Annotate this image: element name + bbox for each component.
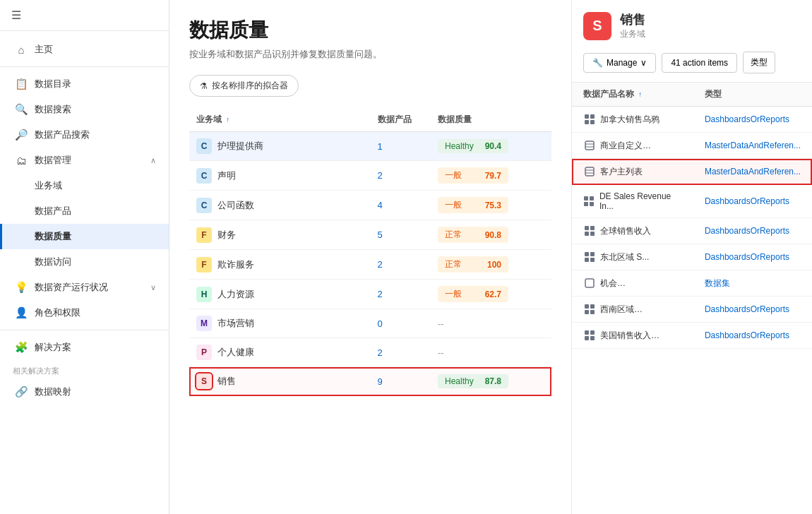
mapping-icon: 🔗 (15, 386, 28, 398)
catalog-icon: 📋 (15, 78, 28, 90)
table-row[interactable]: F欺诈服务2正常100 (189, 250, 551, 280)
table-row[interactable]: S销售9Healthy87.8 (189, 367, 551, 396)
svg-rect-0 (585, 114, 589, 119)
svg-rect-14 (585, 226, 589, 230)
sidebar-item-data-mapping[interactable]: 🔗 数据映射 (0, 379, 169, 405)
dashboard-icon (583, 329, 596, 342)
svg-rect-18 (585, 252, 589, 256)
sidebar-item-data-search[interactable]: 🔍 数据搜索 (0, 97, 169, 122)
svg-rect-22 (585, 279, 594, 287)
product-row[interactable]: 全球销售收入DashboardsOrReports (572, 218, 812, 244)
sidebar-item-data-product-label: 数据产品 (35, 205, 71, 217)
table-row[interactable]: F财务5正常90.8 (189, 220, 551, 250)
table-row[interactable]: C声明2一般79.7 (189, 161, 551, 191)
quality-score: 62.7 (485, 289, 501, 299)
sidebar-item-data-catalog[interactable]: 📋 数据目录 (0, 71, 169, 97)
product-row[interactable]: 东北区域 S...DashboardsOrReports (572, 244, 812, 270)
sidebar-item-data-product-search[interactable]: 🔎 数据产品搜索 (0, 122, 169, 148)
home-icon: ⌂ (15, 44, 28, 56)
quality-cell: 一般75.3 (431, 191, 551, 220)
domain-cell: H人力资源 (189, 280, 371, 309)
col-header-domain[interactable]: 业务域 ↑ (189, 108, 371, 132)
svg-rect-30 (590, 336, 595, 340)
quality-score: 90.4 (485, 141, 501, 151)
domain-name-label: 欺诈服务 (217, 258, 254, 271)
chevron-up-icon: ∧ (150, 156, 156, 165)
quality-cell: 一般62.7 (431, 280, 551, 309)
product-row[interactable]: 机会…数据集 (572, 270, 812, 297)
chevron-down-icon: ∨ (640, 58, 647, 68)
domain-cell: C护理提供商 (189, 132, 371, 161)
action-items-button[interactable]: 41 action items (662, 53, 737, 73)
table-row[interactable]: C公司函数4一般75.3 (189, 191, 551, 220)
quality-badge: 正常100 (438, 256, 508, 273)
product-row[interactable]: 商业自定义…MasterDataAndReferen... (572, 133, 812, 159)
domain-cell: F欺诈服务 (189, 250, 371, 280)
col-header-product-name[interactable]: 数据产品名称 ↑ (572, 83, 693, 107)
quality-score: 87.8 (485, 376, 501, 386)
sidebar-item-solutions[interactable]: 🧩 解决方案 (0, 335, 169, 360)
products-count: 2 (371, 161, 431, 191)
sidebar-item-data-management[interactable]: 🗂 数据管理 ∧ (0, 148, 169, 173)
filter-label: 按名称排序的拟合器 (212, 80, 288, 92)
svg-rect-21 (590, 258, 595, 262)
hamburger-icon[interactable]: ☰ (11, 9, 21, 21)
quality-badge: 正常90.8 (438, 227, 508, 243)
sidebar-item-data-product-search-label: 数据产品搜索 (35, 128, 90, 141)
quality-cell: Healthy90.4 (431, 132, 551, 161)
solutions-icon: 🧩 (15, 341, 28, 354)
sidebar-item-data-access[interactable]: 数据访问 (0, 249, 169, 275)
domain-name-label: 财务 (217, 229, 236, 241)
filter-icon: ⚗ (200, 81, 208, 91)
quality-score: 79.7 (485, 171, 501, 181)
svg-rect-26 (590, 310, 595, 314)
product-row[interactable]: 客户主列表MasterDataAndReferen... (572, 159, 812, 185)
svg-rect-27 (585, 330, 589, 335)
quality-badge: 一般62.7 (438, 286, 508, 302)
product-name-text: 客户主列表 (600, 166, 643, 178)
domain-cell: S销售 (189, 367, 371, 396)
product-name-text: 全球销售收入 (600, 225, 651, 237)
sidebar-item-business-domain[interactable]: 业务域 (0, 173, 169, 198)
domain-name-label: 销售 (217, 375, 236, 388)
products-table: 数据产品名称 ↑ 类型 加拿大销售乌鸦DashboardsOrReports商业… (572, 83, 812, 349)
table-row[interactable]: P个人健康2-- (189, 338, 551, 367)
sidebar-item-roles[interactable]: 👤 角色和权限 (0, 300, 169, 325)
domain-name-label: 公司函数 (217, 199, 254, 212)
product-row[interactable]: 西南区域…DashboardsOrReports (572, 297, 812, 323)
col-header-type[interactable]: 类型 (693, 83, 812, 107)
type-button[interactable]: 类型 (743, 52, 775, 73)
sidebar-item-data-mapping-label: 数据映射 (35, 386, 71, 398)
dashboard-icon (583, 113, 596, 126)
management-icon: 🗂 (15, 155, 28, 167)
table-row[interactable]: H人力资源2一般62.7 (189, 280, 551, 309)
left-panel: 数据质量 按业务域和数据产品识别并修复数据质量问题。 ⚗ 按名称排序的拟合器 业… (169, 0, 572, 514)
right-panel: S 销售 业务域 🔧 Manage ∨ 41 action items (572, 0, 812, 514)
sidebar-item-data-management-label: 数据管理 (35, 154, 71, 167)
chevron-down-icon: ∨ (150, 283, 156, 292)
product-row[interactable]: 美国销售收入…DashboardsOrReports (572, 323, 812, 349)
svg-rect-24 (590, 304, 595, 309)
products-count: 0 (371, 309, 431, 338)
sidebar-item-data-quality-label: 数据质量 (35, 230, 71, 243)
quality-badge: Healthy90.4 (438, 139, 508, 153)
sidebar-item-data-product[interactable]: 数据产品 (0, 198, 169, 224)
svg-rect-12 (584, 202, 588, 206)
products-count: 5 (371, 220, 431, 250)
sidebar-item-home[interactable]: ⌂ 主页 (0, 37, 169, 62)
product-row[interactable]: 加拿大销售乌鸦DashboardsOrReports (572, 107, 812, 133)
table-row[interactable]: C护理提供商1Healthy90.4 (189, 132, 551, 161)
filter-button[interactable]: ⚗ 按名称排序的拟合器 (189, 75, 299, 97)
table-row[interactable]: M市场营销0-- (189, 309, 551, 338)
sidebar-item-data-quality[interactable]: 数据质量 (0, 224, 169, 249)
products-count: 4 (371, 191, 431, 220)
sidebar-item-data-assets[interactable]: 💡 数据资产运行状况 ∨ (0, 275, 169, 300)
product-row[interactable]: DE Sales Revenue In...DashboardsOrReport… (572, 185, 812, 218)
product-type-cell: 数据集 (693, 270, 812, 297)
col-header-quality[interactable]: 数据质量 (431, 108, 551, 132)
svg-rect-16 (585, 232, 589, 236)
domain-badge: F (196, 227, 212, 243)
col-header-products[interactable]: 数据产品 (371, 108, 431, 132)
manage-button[interactable]: 🔧 Manage ∨ (583, 53, 656, 73)
products-count: 2 (371, 338, 431, 367)
